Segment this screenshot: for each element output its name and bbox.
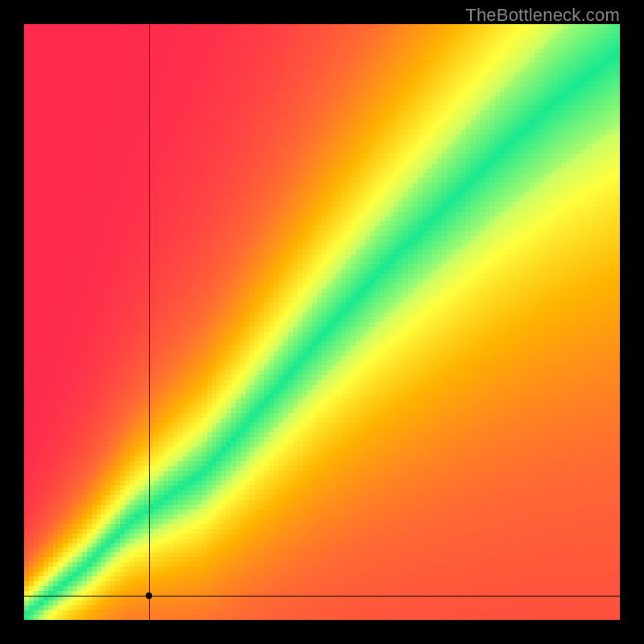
crosshair-dot: [146, 592, 152, 599]
crosshair-horizontal: [24, 596, 620, 597]
watermark-text: TheBottleneck.com: [465, 5, 620, 26]
heatmap-canvas: [24, 24, 620, 620]
heatmap-chart: [24, 24, 620, 620]
crosshair-vertical: [149, 24, 150, 620]
